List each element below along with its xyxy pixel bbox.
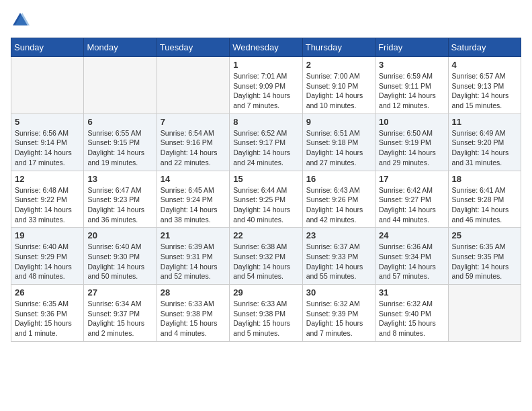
- calendar-cell: 13Sunrise: 6:47 AMSunset: 9:23 PMDayligh…: [84, 171, 157, 228]
- calendar-cell: 1Sunrise: 7:01 AMSunset: 9:09 PMDaylight…: [230, 57, 302, 114]
- weekday-header-friday: Friday: [375, 38, 448, 57]
- day-info: Sunrise: 6:49 AMSunset: 9:20 PMDaylight:…: [452, 128, 517, 168]
- day-info: Sunrise: 6:36 AMSunset: 9:34 PMDaylight:…: [379, 242, 444, 281]
- day-number: 16: [306, 174, 371, 184]
- calendar-table: SundayMondayTuesdayWednesdayThursdayFrid…: [11, 38, 521, 342]
- calendar-cell: 6Sunrise: 6:55 AMSunset: 9:15 PMDaylight…: [84, 113, 157, 171]
- calendar-cell: 14Sunrise: 6:45 AMSunset: 9:24 PMDayligh…: [157, 171, 229, 228]
- day-number: 7: [161, 117, 226, 127]
- day-number: 26: [15, 287, 80, 298]
- calendar-week-row: 26Sunrise: 6:35 AMSunset: 9:36 PMDayligh…: [11, 285, 521, 342]
- calendar-cell: 20Sunrise: 6:40 AMSunset: 9:30 PMDayligh…: [84, 228, 157, 285]
- day-number: 4: [452, 60, 517, 70]
- day-info: Sunrise: 6:34 AMSunset: 9:37 PMDaylight:…: [87, 299, 152, 338]
- day-number: 12: [15, 174, 80, 184]
- day-info: Sunrise: 6:42 AMSunset: 9:27 PMDaylight:…: [379, 185, 444, 225]
- day-info: Sunrise: 6:50 AMSunset: 9:19 PMDaylight:…: [379, 128, 444, 168]
- day-number: 23: [306, 230, 371, 240]
- day-number: 19: [15, 230, 80, 240]
- day-info: Sunrise: 6:57 AMSunset: 9:13 PMDaylight:…: [452, 71, 517, 111]
- weekday-header-row: SundayMondayTuesdayWednesdayThursdayFrid…: [11, 38, 521, 57]
- day-number: 10: [379, 117, 444, 127]
- weekday-header-wednesday: Wednesday: [230, 38, 302, 57]
- day-info: Sunrise: 6:44 AMSunset: 9:25 PMDaylight:…: [233, 185, 298, 225]
- day-number: 20: [87, 230, 152, 240]
- day-info: Sunrise: 6:47 AMSunset: 9:23 PMDaylight:…: [87, 185, 152, 225]
- day-number: 21: [161, 230, 226, 240]
- day-info: Sunrise: 6:33 AMSunset: 9:38 PMDaylight:…: [233, 299, 298, 338]
- calendar-cell: [157, 57, 229, 114]
- weekday-header-monday: Monday: [84, 38, 157, 57]
- calendar-cell: 22Sunrise: 6:38 AMSunset: 9:32 PMDayligh…: [230, 228, 302, 285]
- calendar-cell: 11Sunrise: 6:49 AMSunset: 9:20 PMDayligh…: [448, 113, 521, 171]
- calendar-cell: 26Sunrise: 6:35 AMSunset: 9:36 PMDayligh…: [11, 285, 84, 342]
- calendar-cell: 29Sunrise: 6:33 AMSunset: 9:38 PMDayligh…: [230, 285, 302, 342]
- calendar-cell: 21Sunrise: 6:39 AMSunset: 9:31 PMDayligh…: [157, 228, 229, 285]
- calendar-cell: 12Sunrise: 6:48 AMSunset: 9:22 PMDayligh…: [11, 171, 84, 228]
- calendar-cell: 25Sunrise: 6:35 AMSunset: 9:35 PMDayligh…: [448, 228, 521, 285]
- day-number: 29: [233, 287, 298, 298]
- day-info: Sunrise: 6:55 AMSunset: 9:15 PMDaylight:…: [87, 128, 152, 168]
- calendar-cell: 10Sunrise: 6:50 AMSunset: 9:19 PMDayligh…: [375, 113, 448, 171]
- day-number: 18: [452, 174, 517, 184]
- day-number: 17: [379, 174, 444, 184]
- day-info: Sunrise: 6:32 AMSunset: 9:40 PMDaylight:…: [379, 299, 444, 338]
- day-number: 11: [452, 117, 517, 127]
- calendar-cell: [11, 57, 84, 114]
- calendar-cell: 8Sunrise: 6:52 AMSunset: 9:17 PMDaylight…: [230, 113, 302, 171]
- day-number: 6: [87, 117, 152, 127]
- day-info: Sunrise: 6:48 AMSunset: 9:22 PMDaylight:…: [15, 185, 80, 225]
- day-number: 1: [233, 60, 298, 70]
- day-number: 13: [87, 174, 152, 184]
- calendar-cell: [84, 57, 157, 114]
- day-info: Sunrise: 6:32 AMSunset: 9:39 PMDaylight:…: [306, 299, 371, 338]
- calendar-cell: 31Sunrise: 6:32 AMSunset: 9:40 PMDayligh…: [375, 285, 448, 342]
- calendar-cell: 24Sunrise: 6:36 AMSunset: 9:34 PMDayligh…: [375, 228, 448, 285]
- calendar-cell: 30Sunrise: 6:32 AMSunset: 9:39 PMDayligh…: [302, 285, 375, 342]
- day-info: Sunrise: 6:40 AMSunset: 9:30 PMDaylight:…: [87, 242, 152, 281]
- day-number: 5: [15, 117, 80, 127]
- day-info: Sunrise: 6:33 AMSunset: 9:38 PMDaylight:…: [161, 299, 226, 338]
- calendar-cell: 23Sunrise: 6:37 AMSunset: 9:33 PMDayligh…: [302, 228, 375, 285]
- weekday-header-tuesday: Tuesday: [157, 38, 229, 57]
- day-info: Sunrise: 6:37 AMSunset: 9:33 PMDaylight:…: [306, 242, 371, 281]
- calendar-week-row: 12Sunrise: 6:48 AMSunset: 9:22 PMDayligh…: [11, 171, 521, 228]
- logo: [11, 11, 32, 30]
- day-number: 3: [379, 60, 444, 70]
- calendar-cell: 5Sunrise: 6:56 AMSunset: 9:14 PMDaylight…: [11, 113, 84, 171]
- day-info: Sunrise: 6:38 AMSunset: 9:32 PMDaylight:…: [233, 242, 298, 281]
- calendar-cell: 7Sunrise: 6:54 AMSunset: 9:16 PMDaylight…: [157, 113, 229, 171]
- calendar-cell: 2Sunrise: 7:00 AMSunset: 9:10 PMDaylight…: [302, 57, 375, 114]
- day-number: 28: [161, 287, 226, 298]
- weekday-header-thursday: Thursday: [302, 38, 375, 57]
- day-number: 27: [87, 287, 152, 298]
- day-info: Sunrise: 6:35 AMSunset: 9:36 PMDaylight:…: [15, 299, 80, 338]
- day-info: Sunrise: 7:00 AMSunset: 9:10 PMDaylight:…: [306, 71, 371, 111]
- calendar-cell: 16Sunrise: 6:43 AMSunset: 9:26 PMDayligh…: [302, 171, 375, 228]
- calendar-cell: 17Sunrise: 6:42 AMSunset: 9:27 PMDayligh…: [375, 171, 448, 228]
- day-info: Sunrise: 6:41 AMSunset: 9:28 PMDaylight:…: [452, 185, 517, 225]
- day-number: 2: [306, 60, 371, 70]
- day-number: 31: [379, 287, 444, 298]
- calendar-cell: 15Sunrise: 6:44 AMSunset: 9:25 PMDayligh…: [230, 171, 302, 228]
- calendar-cell: 4Sunrise: 6:57 AMSunset: 9:13 PMDaylight…: [448, 57, 521, 114]
- day-number: 14: [161, 174, 226, 184]
- day-number: 24: [379, 230, 444, 240]
- weekday-header-sunday: Sunday: [11, 38, 84, 57]
- day-info: Sunrise: 7:01 AMSunset: 9:09 PMDaylight:…: [233, 71, 298, 111]
- day-info: Sunrise: 6:35 AMSunset: 9:35 PMDaylight:…: [452, 242, 517, 281]
- day-info: Sunrise: 6:56 AMSunset: 9:14 PMDaylight:…: [15, 128, 80, 168]
- day-info: Sunrise: 6:43 AMSunset: 9:26 PMDaylight:…: [306, 185, 371, 225]
- day-info: Sunrise: 6:59 AMSunset: 9:11 PMDaylight:…: [379, 71, 444, 111]
- day-number: 15: [233, 174, 298, 184]
- day-number: 8: [233, 117, 298, 127]
- calendar-cell: 19Sunrise: 6:40 AMSunset: 9:29 PMDayligh…: [11, 228, 84, 285]
- day-number: 22: [233, 230, 298, 240]
- calendar-cell: 28Sunrise: 6:33 AMSunset: 9:38 PMDayligh…: [157, 285, 229, 342]
- day-info: Sunrise: 6:51 AMSunset: 9:18 PMDaylight:…: [306, 128, 371, 168]
- day-info: Sunrise: 6:54 AMSunset: 9:16 PMDaylight:…: [161, 128, 226, 168]
- logo-icon: [11, 11, 30, 30]
- day-info: Sunrise: 6:52 AMSunset: 9:17 PMDaylight:…: [233, 128, 298, 168]
- page-header: [11, 11, 521, 30]
- calendar-cell: 3Sunrise: 6:59 AMSunset: 9:11 PMDaylight…: [375, 57, 448, 114]
